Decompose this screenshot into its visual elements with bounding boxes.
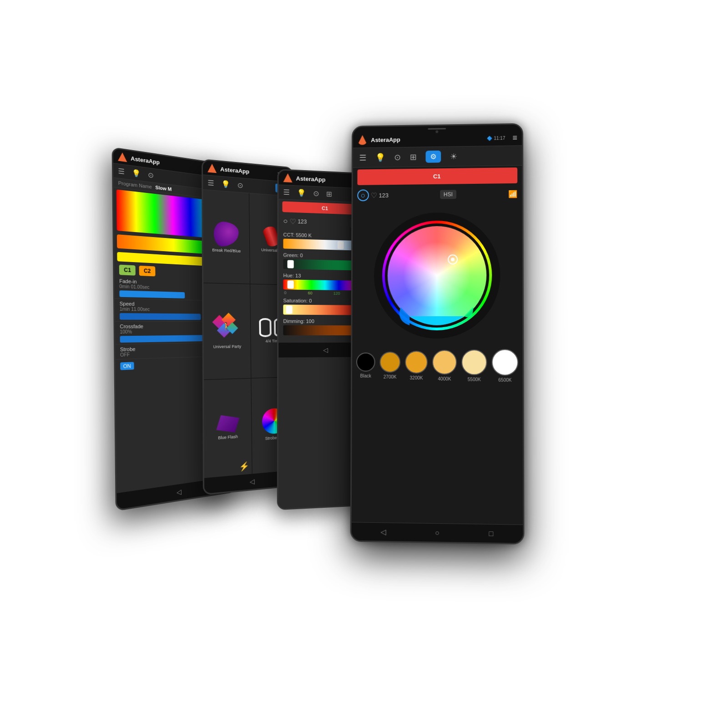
t4-back-btn[interactable]: ◁ — [380, 527, 386, 536]
swatch-6500k[interactable]: 6500K — [491, 349, 518, 383]
t2-menu-icon[interactable]: ☰ — [207, 178, 214, 187]
t4-recents-btn[interactable]: □ — [489, 529, 494, 538]
menu-icon[interactable]: ☰ — [118, 167, 124, 176]
t4-heart-icon[interactable]: ♡ — [371, 191, 377, 200]
swatch-black-circle[interactable] — [356, 353, 375, 372]
t4-notch — [428, 128, 446, 130]
t2-app-name: AsteraApp — [220, 166, 274, 177]
t4-bulb-icon[interactable]: 💡 — [375, 152, 385, 162]
t4-channel-tabs: ○ ♡ 123 HSI 📶 — [353, 185, 522, 204]
person-icon: 🚶 — [222, 322, 232, 332]
scene: AsteraApp 🔷 11:19 ☰ 💡 ⊙ Program Name Slo… — [114, 114, 614, 614]
speed-bar — [120, 313, 201, 320]
t3-green-handle[interactable] — [288, 260, 294, 268]
swatch-5500k[interactable]: 5500K — [461, 349, 487, 382]
t2-bulb-icon[interactable]: 💡 — [221, 179, 230, 188]
t4-circle-icon[interactable]: ○ — [357, 189, 369, 201]
svg-point-5 — [451, 258, 455, 261]
astera-logo-3 — [283, 173, 293, 183]
target-icon[interactable]: ⊙ — [148, 171, 154, 180]
fade-in-bar — [119, 290, 185, 298]
flash-icon-1: ⚡ — [239, 461, 249, 472]
t4-menu-icon[interactable]: ☰ — [359, 152, 366, 162]
t4-settings-icon[interactable]: ☀ — [450, 152, 457, 162]
swatch-6500k-label: 6500K — [498, 378, 511, 383]
t4-menu-lines[interactable]: ≡ — [512, 133, 517, 142]
cell-label-1: Break Red/Blue — [212, 248, 241, 253]
t4-home-btn[interactable]: ○ — [435, 529, 440, 537]
swatch-5500k-label: 5500K — [468, 377, 481, 382]
svg-point-3 — [389, 227, 485, 324]
t3-app-name: AsteraApp — [296, 175, 351, 184]
grid-cell-3[interactable]: 🚶 Universal Party — [203, 283, 251, 379]
swatch-black-label: Black — [360, 374, 371, 379]
channel-c2[interactable]: C2 — [139, 266, 155, 277]
t2-target-icon[interactable]: ⊙ — [237, 181, 243, 189]
t3-menu-icon[interactable]: ☰ — [283, 188, 290, 197]
diamond-group: 🚶 — [212, 313, 242, 343]
grid-cell-5[interactable]: Blue Flash ⚡ — [204, 378, 252, 478]
cell-label-3: Universal Party — [213, 344, 242, 349]
t4-toolbar: ☰ 💡 ⊙ ⊞ ⚙ ☀ — [353, 146, 522, 167]
program-name: Slow M — [155, 185, 172, 192]
swatch-2700k[interactable]: 2700K — [379, 352, 400, 379]
tablet-4: AsteraApp 🔷 11:17 ≡ ☰ 💡 ⊙ ⊞ ⚙ ☀ C1 ○ ♡ 1… — [350, 123, 525, 545]
t3-sat-handle[interactable] — [286, 305, 292, 313]
t4-color-wheel[interactable] — [374, 212, 501, 339]
cylinder-1 — [259, 318, 272, 337]
channel-c1[interactable]: C1 — [119, 265, 136, 276]
bulb-icon[interactable]: 💡 — [131, 168, 141, 178]
t3-cct-handle[interactable] — [337, 241, 344, 249]
grid-cell-1[interactable]: Break Red/Blue — [203, 190, 249, 284]
swatch-5500k-circle[interactable] — [461, 349, 487, 375]
t3-grid-icon[interactable]: ⊞ — [326, 190, 332, 198]
swatch-4000k-circle[interactable] — [432, 350, 457, 374]
astera-logo-2 — [207, 163, 217, 173]
swatch-3200k-label: 3200K — [410, 375, 423, 380]
program-label: Program Name — [118, 180, 152, 190]
astera-logo-4 — [358, 135, 368, 145]
t3-circle-icon[interactable]: ○ — [283, 217, 288, 225]
t4-status: 🔷 11:17 — [487, 136, 505, 141]
swatch-6500k-circle[interactable] — [491, 349, 518, 376]
t4-grid-icon[interactable]: ⊞ — [410, 152, 417, 162]
swatch-3200k[interactable]: 3200K — [405, 351, 428, 380]
t4-c1-bar[interactable]: C1 — [357, 167, 517, 185]
t4-app-name: AsteraApp — [371, 135, 483, 143]
back-btn-1[interactable]: ◁ — [176, 488, 181, 496]
swatch-3200k-circle[interactable] — [405, 351, 428, 374]
t4-target-icon[interactable]: ⊙ — [394, 152, 401, 162]
cell-label-5: Blue Flash — [218, 434, 238, 440]
t4-123: 123 — [379, 192, 388, 198]
t4-color-swatches: Black 2700K 3200K 4000K — [353, 349, 522, 383]
t4-wifi-icon-area: 📶 — [508, 189, 517, 198]
swatch-4000k[interactable]: 4000K — [432, 350, 457, 381]
swatch-2700k-circle[interactable] — [379, 352, 400, 373]
t4-color-wheel-section: Black 2700K 3200K 4000K — [352, 202, 523, 525]
t3-bulb-icon[interactable]: 💡 — [297, 188, 306, 197]
back-btn-3[interactable]: ◁ — [323, 346, 328, 354]
t3-heart-icon[interactable]: ♡ — [289, 217, 296, 226]
swatch-2700k-label: 2700K — [384, 374, 397, 379]
t4-hsi-btn[interactable]: HSI — [440, 190, 456, 199]
color-wheel-svg[interactable] — [374, 212, 501, 339]
t4-wifi-icon: 📶 — [508, 189, 517, 198]
astera-logo-1 — [118, 152, 127, 162]
swatch-4000k-label: 4000K — [438, 376, 451, 381]
shape-purple-blob — [214, 221, 239, 247]
t3-target-icon[interactable]: ⊙ — [313, 189, 319, 198]
t3-hue-handle[interactable] — [288, 280, 294, 288]
on-badge[interactable]: ON — [120, 362, 134, 370]
back-btn-2[interactable]: ◁ — [249, 477, 254, 485]
shape-purple-angular — [216, 414, 239, 434]
t3-123: 123 — [298, 218, 307, 225]
swatch-black[interactable]: Black — [356, 353, 375, 379]
t4-nav: ◁ ○ □ — [352, 522, 523, 543]
t4-sliders-icon[interactable]: ⚙ — [425, 151, 441, 163]
